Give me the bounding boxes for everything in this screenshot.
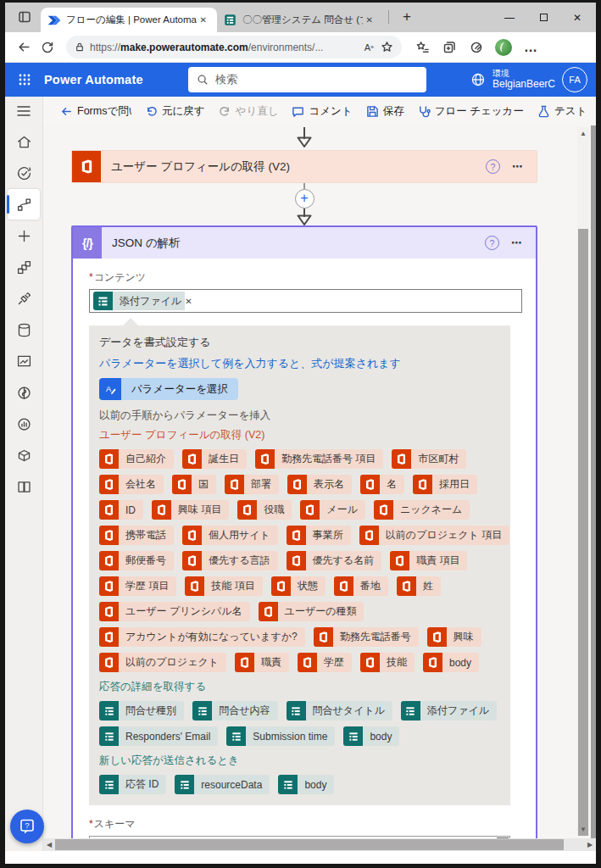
settings-menu-icon[interactable]: … (519, 36, 543, 59)
parameter-chip[interactable]: 応答 ID (99, 775, 166, 794)
scrollbar-thumb[interactable] (55, 839, 564, 850)
content-input[interactable]: 添付ファイル ✕ (89, 289, 522, 313)
parameter-chip[interactable]: 郵便番号 (99, 551, 174, 570)
sidebar-item-ai-builder[interactable] (8, 377, 40, 408)
minimize-button[interactable]: — (492, 3, 526, 32)
parameter-chip[interactable]: Responders' Email (99, 726, 218, 746)
parameter-chip[interactable]: 問合せタイトル (287, 701, 392, 721)
sidebar-item-connectors[interactable] (8, 283, 40, 314)
new-tab-button[interactable]: + (396, 8, 418, 25)
back-button[interactable] (12, 36, 36, 59)
tab-flow-editor[interactable]: フローの編集 | Power Automate ✕ (41, 8, 217, 32)
parameter-chip[interactable]: 部署 (225, 475, 279, 494)
maximize-button[interactable] (526, 3, 560, 32)
parameter-chip[interactable]: 学歴 (298, 653, 352, 672)
parameter-chip[interactable]: メール (300, 500, 365, 520)
address-box[interactable]: https://make.powerautomate.com/environme… (66, 36, 402, 58)
add-favorite-icon[interactable] (381, 41, 393, 53)
test-button[interactable]: テスト (531, 97, 593, 125)
canvas-horizontal-scrollbar[interactable]: ◀ ▶ (43, 838, 596, 851)
tab-close-icon[interactable]: ✕ (197, 14, 210, 26)
scroll-up-icon[interactable]: ▲ (577, 127, 589, 139)
parameter-chip[interactable]: 技能 (360, 653, 415, 672)
parameter-chip[interactable]: 個人用サイト (182, 526, 278, 545)
parameter-chip[interactable]: 以前のプロジェクト 項目 (359, 526, 509, 545)
scroll-down-icon[interactable]: ▼ (577, 823, 589, 835)
sidebar-item-action-items[interactable] (8, 158, 40, 188)
help-chat-button[interactable]: ? (10, 810, 44, 843)
sidebar-item-learn[interactable] (8, 471, 40, 502)
parameter-chip[interactable]: 勤務先電話番号 (314, 627, 419, 647)
action-menu-icon[interactable]: ⋯ (511, 236, 524, 249)
sidebar-item-my-flows[interactable] (8, 189, 40, 220)
parameter-chip[interactable]: Submission time (226, 726, 335, 746)
parameter-chip[interactable]: 状態 (271, 576, 326, 596)
parameter-chip[interactable]: body (423, 653, 479, 672)
collections-icon[interactable] (437, 36, 461, 59)
parameter-chip[interactable]: アカウントが有効になっていますか? (99, 627, 305, 647)
tab-forms-preview[interactable]: 〇〇管理システム 問合せ (プレビュー) ✕ (217, 8, 383, 32)
parameter-chip[interactable]: 国 (172, 475, 216, 494)
content-token-chip[interactable]: 添付ファイル ✕ (93, 292, 198, 310)
parameter-chip[interactable]: 職責 (235, 653, 289, 672)
parameter-chip[interactable]: 優先する言語 (182, 551, 278, 570)
environment-icon[interactable] (470, 72, 486, 87)
tab-close-icon[interactable]: ✕ (363, 14, 376, 26)
avatar[interactable]: FA (562, 67, 587, 92)
parameter-chip[interactable]: ID (99, 500, 143, 520)
parameter-chip[interactable]: 誕生日 (182, 449, 247, 469)
back-to-flow-button[interactable]: Formsで問い合 (53, 97, 138, 125)
parameter-chip[interactable]: body (278, 775, 334, 794)
action-menu-icon[interactable]: ⋯ (512, 160, 525, 173)
favorites-icon[interactable] (410, 36, 434, 59)
save-button[interactable]: 保存 (359, 97, 411, 125)
parameter-chip[interactable]: 採用日 (413, 475, 477, 494)
select-parameter-button[interactable]: A パラメーターを選択 (99, 378, 238, 400)
parameter-chip[interactable]: 問合せ種別 (99, 701, 184, 721)
action-card-parse-json[interactable]: {/} JSON の解析 ? ⋯ *コンテンツ 添付ファイル (71, 225, 537, 838)
parameter-chip[interactable]: 番地 (334, 576, 388, 596)
parameter-chip[interactable]: 問合せ内容 (192, 701, 277, 721)
comment-button[interactable]: コメント (285, 97, 359, 125)
parameter-chip[interactable]: 学歴 項目 (99, 576, 176, 596)
undo-button[interactable]: 元に戻す (138, 97, 212, 125)
parameter-chip[interactable]: body (343, 726, 399, 746)
immersive-reader-icon[interactable]: A» (364, 42, 374, 53)
browser-extension-icon[interactable] (492, 36, 515, 59)
parameter-chip[interactable]: 会社名 (99, 475, 164, 494)
sidebar-item-home[interactable] (8, 126, 40, 157)
suggestion-link[interactable]: パラメーターを選択して例を入力すると、式が提案されます (99, 356, 500, 371)
environment-picker[interactable]: 環境 BelgianBeerC (492, 69, 555, 90)
sidebar-item-solutions[interactable] (8, 440, 40, 470)
parameter-chip[interactable]: 興味 項目 (152, 500, 229, 520)
remove-token-icon[interactable]: ✕ (185, 292, 197, 310)
tab-actions-button[interactable] (12, 6, 37, 28)
parameter-chip[interactable]: 職責 項目 (390, 551, 467, 570)
parameter-chip[interactable]: 優先する名前 (287, 551, 382, 570)
parameter-chip[interactable]: 添付ファイル (401, 701, 497, 721)
web-capture-icon[interactable] (465, 36, 488, 59)
parameter-chip[interactable]: resourceData (175, 775, 270, 794)
parameter-chip[interactable]: 勤務先電話番号 項目 (255, 449, 383, 469)
scrollbar-thumb[interactable] (578, 229, 588, 836)
waffle-icon[interactable] (5, 63, 44, 97)
flow-canvas[interactable]: ユーザー プロフィールの取得 (V2) ? ⋯ + {/} (43, 125, 596, 838)
help-icon[interactable]: ? (485, 236, 499, 250)
hamburger-menu-icon[interactable] (5, 97, 42, 125)
parameter-chip[interactable]: 自己紹介 (99, 449, 174, 469)
parameter-chip[interactable]: ニックネーム (374, 500, 470, 520)
reload-button[interactable] (36, 36, 59, 59)
parameter-chip[interactable]: 名 (360, 475, 404, 494)
scroll-left-icon[interactable]: ◀ (43, 841, 55, 849)
parameter-chip[interactable]: ユーザー プリンシパル名 (99, 602, 250, 621)
parameter-chip[interactable]: 事業所 (287, 526, 351, 545)
parameter-chip[interactable]: 役職 (237, 500, 292, 520)
flow-checker-button[interactable]: フロー チェッカー (411, 97, 531, 125)
sidebar-item-templates[interactable] (8, 252, 40, 282)
search-input[interactable]: 検索 (188, 67, 426, 92)
help-icon[interactable]: ? (486, 159, 500, 174)
parameter-chip[interactable]: 市区町村 (392, 449, 466, 469)
parameter-chip[interactable]: ユーザーの種類 (259, 602, 364, 621)
sidebar-item-create[interactable] (8, 220, 40, 251)
parameter-chip[interactable]: 興味 (427, 627, 481, 647)
